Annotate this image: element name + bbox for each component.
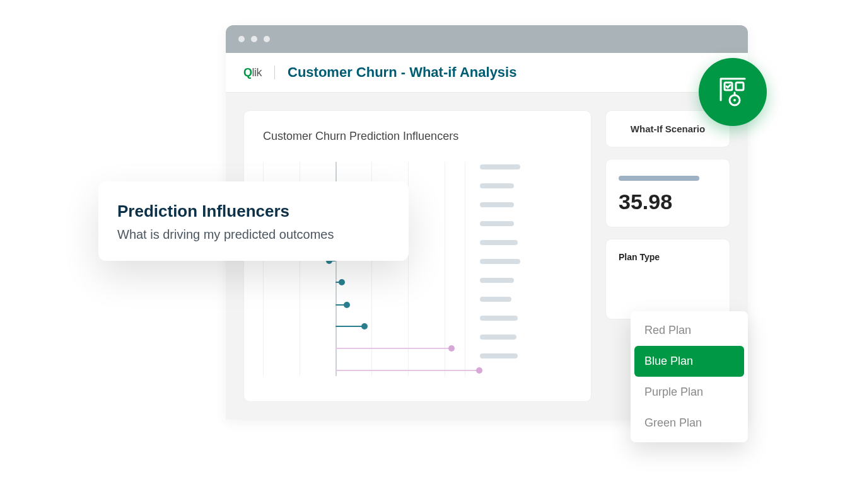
logo-q: Q <box>243 66 252 79</box>
plan-type-label: Plan Type <box>619 252 717 262</box>
influencer-bar <box>335 370 479 371</box>
legend-placeholder <box>480 278 514 283</box>
legend-placeholder <box>480 297 511 302</box>
dropdown-option-blue[interactable]: Blue Plan <box>634 346 744 377</box>
scenario-title: What-If Scenario <box>619 123 717 134</box>
window-dot-icon <box>264 36 270 42</box>
sidebar: What-If Scenario 35.98 Plan Type <box>605 110 730 319</box>
qlik-logo: Qlik <box>243 66 262 79</box>
metric-value: 35.98 <box>619 190 717 214</box>
svg-rect-1 <box>736 83 743 90</box>
floating-title: Prediction Influencers <box>117 202 390 221</box>
legend-placeholder <box>480 316 518 321</box>
header-divider <box>274 66 275 79</box>
browser-title-bar <box>226 25 748 53</box>
app-header: Qlik Customer Churn - What-if Analysis <box>226 53 748 93</box>
influencer-bar <box>335 348 452 349</box>
chart-legend <box>480 162 572 376</box>
influencer-bar <box>335 326 364 327</box>
legend-placeholder <box>480 240 518 245</box>
page-title: Customer Churn - What-if Analysis <box>288 64 516 81</box>
legend-placeholder <box>480 164 520 169</box>
whatif-badge-icon <box>699 58 767 126</box>
metric-card: 35.98 <box>605 159 730 227</box>
legend-placeholder <box>480 335 516 340</box>
influencer-bar <box>335 282 342 283</box>
dropdown-option-red[interactable]: Red Plan <box>634 315 744 346</box>
legend-placeholder <box>480 183 514 188</box>
logo-lik: lik <box>252 66 262 79</box>
metric-placeholder-bar <box>619 176 699 181</box>
floating-subtitle: What is driving my predicted outcomes <box>117 227 390 242</box>
dropdown-option-green[interactable]: Green Plan <box>634 408 744 438</box>
legend-placeholder <box>480 353 518 358</box>
chart-title: Customer Churn Prediction Influencers <box>263 130 572 143</box>
influencer-bar <box>335 304 347 306</box>
legend-placeholder <box>480 259 520 264</box>
floating-info-card: Prediction Influencers What is driving m… <box>98 181 409 261</box>
legend-placeholder <box>480 202 514 207</box>
plan-type-card[interactable]: Plan Type <box>605 239 730 319</box>
svg-point-3 <box>733 99 736 101</box>
window-dot-icon <box>238 36 245 42</box>
plan-type-dropdown[interactable]: Red Plan Blue Plan Purple Plan Green Pla… <box>631 311 748 442</box>
legend-placeholder <box>480 221 514 226</box>
dropdown-option-purple[interactable]: Purple Plan <box>634 377 744 408</box>
window-dot-icon <box>251 36 257 42</box>
